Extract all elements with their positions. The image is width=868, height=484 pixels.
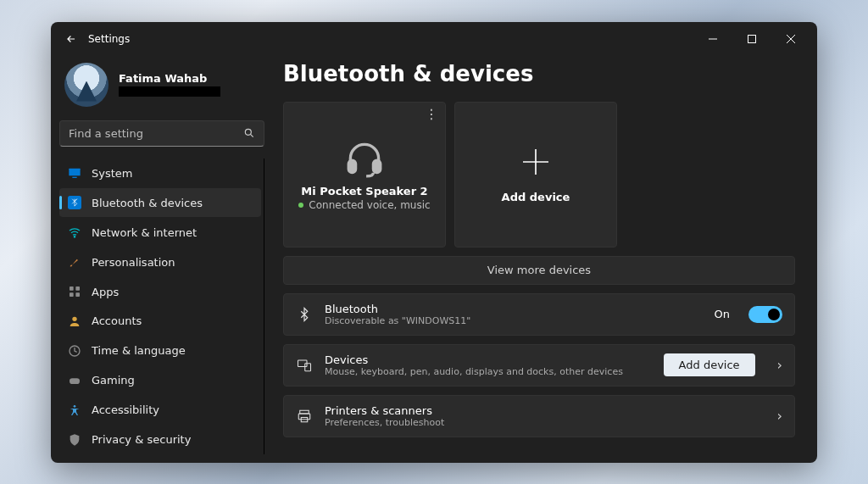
bluetooth-sub: Discoverable as "WINDOWS11": [325, 315, 703, 326]
nav-item-system[interactable]: System: [59, 159, 261, 187]
shield-icon: [68, 433, 81, 447]
clock-globe-icon: [68, 344, 81, 358]
printer-icon: [296, 409, 313, 424]
nav-item-accessibility[interactable]: Accessibility: [59, 396, 261, 425]
view-more-devices-button[interactable]: View more devices: [283, 256, 795, 285]
svg-rect-7: [72, 177, 76, 178]
svg-rect-10: [70, 287, 74, 291]
device-tile-more-button[interactable]: ⋮: [425, 108, 438, 121]
search-input[interactable]: [69, 127, 243, 140]
chevron-right-icon: ›: [777, 357, 782, 373]
avatar: [64, 63, 108, 107]
search-box[interactable]: [59, 120, 264, 147]
svg-point-9: [74, 236, 75, 237]
device-status: Connected voice, music: [298, 199, 430, 211]
nav-label: Accounts: [92, 314, 142, 327]
sidebar: Fatima Wahab System Bluetooth & devices: [51, 56, 273, 463]
nav-item-privacy-security[interactable]: Privacy & security: [59, 426, 261, 454]
window-controls: [693, 25, 810, 53]
person-icon: [68, 314, 81, 328]
profile-email-redacted: [119, 86, 220, 97]
bluetooth-icon: [296, 307, 313, 322]
svg-point-4: [245, 130, 251, 136]
svg-rect-18: [348, 160, 355, 173]
nav-item-network[interactable]: Network & internet: [59, 218, 261, 247]
nav-label: System: [92, 167, 132, 180]
minimize-button[interactable]: [693, 25, 732, 53]
settings-window: Settings Fatima Wahab Syst: [51, 22, 817, 463]
nav-item-gaming[interactable]: Gaming: [59, 366, 261, 395]
svg-rect-23: [305, 363, 311, 370]
device-tile[interactable]: ⋮ Mi Pocket Speaker 2 Connected voice, m…: [283, 102, 446, 248]
devices-title: Devices: [325, 353, 652, 366]
svg-rect-16: [70, 378, 80, 384]
nav-label: Network & internet: [92, 226, 197, 239]
printers-sub: Preferences, troubleshoot: [325, 417, 755, 428]
search-icon: [243, 127, 255, 139]
chevron-right-icon: ›: [777, 408, 782, 424]
svg-rect-1: [748, 35, 756, 42]
nav-label: Time & language: [92, 344, 186, 357]
nav-item-apps[interactable]: Apps: [59, 277, 261, 306]
wifi-icon: [68, 225, 81, 239]
accessibility-icon: [68, 403, 81, 417]
nav-label: Accessibility: [92, 403, 159, 416]
title-label: Settings: [88, 33, 130, 45]
bluetooth-toggle-state: On: [715, 308, 730, 320]
nav-label: Bluetooth & devices: [92, 197, 203, 209]
page-heading: Bluetooth & devices: [283, 61, 795, 86]
svg-rect-13: [75, 292, 80, 297]
nav: System Bluetooth & devices Network & int…: [59, 159, 264, 453]
devices-icon: [296, 358, 313, 373]
svg-rect-19: [373, 160, 380, 173]
printers-row[interactable]: Printers & scanners Preferences, trouble…: [283, 395, 795, 437]
svg-rect-6: [69, 169, 80, 176]
gamepad-icon: [68, 374, 81, 387]
add-device-button[interactable]: Add device: [664, 353, 755, 376]
device-name: Mi Pocket Speaker 2: [301, 185, 427, 197]
titlebar: Settings: [51, 22, 817, 56]
svg-rect-11: [75, 287, 80, 291]
paintbrush-icon: [68, 255, 81, 269]
nav-label: Apps: [92, 286, 119, 298]
headphones-icon: [343, 137, 386, 180]
nav-item-accounts[interactable]: Accounts: [59, 307, 261, 336]
close-button[interactable]: [771, 25, 810, 53]
back-button[interactable]: [58, 25, 85, 53]
bluetooth-row: Bluetooth Discoverable as "WINDOWS11" On: [283, 293, 795, 336]
devices-row[interactable]: Devices Mouse, keyboard, pen, audio, dis…: [283, 344, 795, 387]
content: Bluetooth & devices ⋮ Mi Pocket Speaker …: [273, 56, 817, 463]
nav-label: Gaming: [92, 374, 135, 387]
bluetooth-title: Bluetooth: [325, 303, 703, 315]
svg-rect-24: [300, 410, 309, 414]
profile[interactable]: Fatima Wahab: [59, 56, 264, 120]
add-device-tile[interactable]: Add device: [454, 102, 617, 248]
nav-item-personalisation[interactable]: Personalisation: [59, 248, 261, 276]
profile-name: Fatima Wahab: [119, 72, 220, 85]
apps-icon: [68, 285, 81, 298]
bluetooth-toggle[interactable]: [748, 306, 782, 323]
devices-sub: Mouse, keyboard, pen, audio, displays an…: [325, 366, 652, 377]
nav-item-bluetooth-devices[interactable]: Bluetooth & devices: [59, 188, 261, 217]
maximize-button[interactable]: [732, 25, 771, 53]
svg-line-5: [250, 135, 253, 137]
display-icon: [68, 166, 81, 180]
nav-label: Privacy & security: [92, 433, 191, 446]
svg-rect-25: [298, 414, 310, 420]
svg-point-17: [74, 405, 76, 408]
bluetooth-icon: [68, 196, 81, 209]
plus-icon: [519, 145, 553, 179]
printers-title: Printers & scanners: [325, 404, 755, 417]
svg-rect-12: [70, 292, 74, 297]
nav-item-time-language[interactable]: Time & language: [59, 337, 261, 365]
add-device-label: Add device: [502, 191, 570, 203]
status-dot-icon: [298, 203, 303, 208]
nav-label: Personalisation: [92, 256, 175, 269]
svg-point-14: [72, 317, 76, 321]
